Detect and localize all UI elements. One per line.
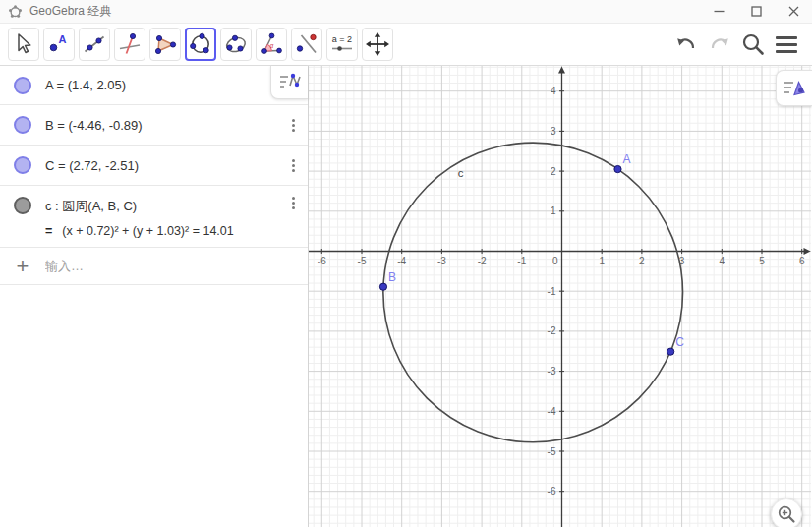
row-menu-button-c[interactable] bbox=[278, 159, 308, 172]
x-tick-label: -6 bbox=[318, 256, 326, 266]
slider-tool-icon: a = 2 bbox=[328, 31, 356, 57]
add-entry-icon: + bbox=[0, 254, 45, 279]
y-tick-label: -3 bbox=[548, 366, 556, 377]
tool-perpendicular-line[interactable] bbox=[114, 28, 145, 61]
maximize-icon bbox=[751, 6, 762, 17]
y-tick-label: -5 bbox=[548, 446, 556, 457]
titlebar: GeoGebra 经典 bbox=[0, 0, 812, 24]
tool-reflect-about-line[interactable] bbox=[291, 28, 322, 61]
circle-c-label: c bbox=[458, 167, 464, 179]
undo-icon bbox=[674, 32, 698, 56]
x-tick-label: 1 bbox=[599, 256, 605, 266]
zoom-in-icon bbox=[776, 503, 797, 525]
algebra-input-row: + bbox=[0, 248, 308, 285]
graphics-stylebar-icon bbox=[782, 77, 807, 100]
y-tick-label: -1 bbox=[548, 286, 556, 297]
toolbar-right bbox=[672, 29, 812, 59]
x-tick-label: -1 bbox=[517, 256, 526, 266]
redo-button[interactable] bbox=[706, 29, 733, 59]
titlebar-left: GeoGebra 经典 bbox=[0, 3, 111, 20]
tool-polygon[interactable] bbox=[149, 28, 181, 61]
x-tick-label: 5 bbox=[759, 256, 765, 266]
point-tool-icon: A bbox=[46, 31, 72, 57]
point-A[interactable] bbox=[614, 165, 621, 172]
ellipse-tool-icon bbox=[223, 31, 249, 57]
maximize-button[interactable] bbox=[737, 0, 775, 23]
reflect-tool-icon bbox=[294, 31, 319, 57]
search-icon bbox=[740, 31, 766, 57]
tool-buttons: A bbox=[0, 28, 393, 61]
algebra-row-circle-c[interactable]: c : 圆周(A, B, C) = (x + 0.72)² + (y + 1.0… bbox=[0, 186, 308, 248]
algebra-stylebar-icon bbox=[277, 71, 303, 94]
y-tick-label: -6 bbox=[548, 486, 556, 497]
visibility-toggle-B[interactable] bbox=[14, 116, 31, 134]
algebra-panel: A = (1.4, 2.05) B = (-4.46, -0.89) C = (… bbox=[0, 66, 309, 527]
svg-text:α: α bbox=[270, 42, 274, 49]
y-tick-label: 4 bbox=[551, 86, 556, 96]
move-canvas-icon bbox=[365, 31, 390, 57]
algebra-row-B[interactable]: B = (-4.46, -0.89) bbox=[0, 105, 308, 146]
angle-tool-icon: α bbox=[259, 31, 284, 57]
minimize-button[interactable] bbox=[700, 0, 737, 23]
redo-icon bbox=[708, 32, 731, 56]
point-label-B: B bbox=[388, 270, 396, 284]
algebra-entry-circle-c[interactable]: c : 圆周(A, B, C) bbox=[45, 198, 278, 215]
tool-angle[interactable]: α bbox=[256, 28, 287, 61]
close-button[interactable] bbox=[775, 0, 812, 23]
y-tick-label: 2 bbox=[551, 166, 556, 177]
graphics-view[interactable]: -6-5-4-3-2-101234564321-1-2-3-4-5-6cABC bbox=[309, 66, 812, 527]
y-tick-label: 3 bbox=[551, 126, 556, 137]
window-controls bbox=[700, 0, 812, 23]
main-area: A = (1.4, 2.05) B = (-4.46, -0.89) C = (… bbox=[0, 66, 812, 527]
tool-slider[interactable]: a = 2 bbox=[326, 28, 358, 61]
point-C[interactable] bbox=[667, 348, 674, 355]
hamburger-icon bbox=[776, 36, 797, 53]
point-label-C: C bbox=[675, 335, 684, 349]
x-tick-label: -4 bbox=[397, 256, 406, 266]
circle-tool-icon bbox=[188, 31, 213, 57]
algebra-entry-A[interactable]: A = (1.4, 2.05) bbox=[45, 76, 308, 94]
algebra-entry-B[interactable]: B = (-4.46, -0.89) bbox=[45, 116, 278, 135]
menu-button[interactable] bbox=[773, 29, 800, 59]
zoom-in-button[interactable] bbox=[771, 498, 802, 527]
window-title: GeoGebra 经典 bbox=[29, 3, 111, 20]
close-icon bbox=[788, 6, 799, 17]
x-tick-label: -3 bbox=[437, 256, 446, 266]
svg-text:a = 2: a = 2 bbox=[332, 34, 352, 44]
algebra-row-A[interactable]: A = (1.4, 2.05) bbox=[0, 66, 308, 105]
row-menu-button-B[interactable] bbox=[278, 119, 308, 132]
x-tick-label: -5 bbox=[358, 256, 367, 266]
geogebra-logo bbox=[8, 4, 23, 19]
toolbar: A bbox=[0, 24, 812, 66]
origin-label: 0 bbox=[552, 256, 558, 266]
tool-move-graphics-view[interactable] bbox=[362, 28, 393, 61]
visibility-toggle-C[interactable] bbox=[14, 156, 31, 174]
move-cursor-icon bbox=[11, 31, 36, 57]
tool-point[interactable]: A bbox=[43, 28, 75, 61]
y-tick-label: 1 bbox=[551, 205, 556, 216]
y-tick-label: -4 bbox=[548, 406, 556, 417]
graphics-svg: -6-5-4-3-2-101234564321-1-2-3-4-5-6cABC bbox=[309, 66, 811, 527]
algebra-stylebar-button[interactable] bbox=[270, 66, 308, 99]
tool-circle-through-points[interactable] bbox=[185, 28, 216, 61]
tool-line[interactable] bbox=[79, 28, 110, 61]
visibility-toggle-circle-c[interactable] bbox=[14, 197, 31, 214]
x-tick-label: -2 bbox=[478, 256, 487, 266]
perpendicular-line-icon bbox=[117, 31, 143, 57]
x-tick-label: 2 bbox=[639, 256, 645, 266]
search-button[interactable] bbox=[739, 29, 767, 59]
graphics-stylebar-button[interactable] bbox=[776, 70, 812, 106]
point-B[interactable] bbox=[379, 283, 386, 290]
tool-move[interactable] bbox=[8, 28, 39, 61]
row-menu-button-circle-c[interactable] bbox=[278, 197, 308, 209]
x-tick-label: 6 bbox=[799, 256, 805, 266]
circle-equation: = (x + 0.72)² + (y + 1.03)² = 14.01 bbox=[45, 224, 278, 238]
undo-button[interactable] bbox=[672, 29, 700, 59]
algebra-row-C[interactable]: C = (2.72, -2.51) bbox=[0, 146, 308, 186]
tool-conic-through-points[interactable] bbox=[220, 28, 252, 61]
geogebra-window: GeoGebra 经典 A bbox=[0, 0, 812, 527]
minimize-icon bbox=[714, 6, 725, 17]
visibility-toggle-A[interactable] bbox=[14, 77, 31, 94]
algebra-entry-C[interactable]: C = (2.72, -2.51) bbox=[45, 156, 278, 175]
algebra-input[interactable] bbox=[45, 248, 308, 284]
